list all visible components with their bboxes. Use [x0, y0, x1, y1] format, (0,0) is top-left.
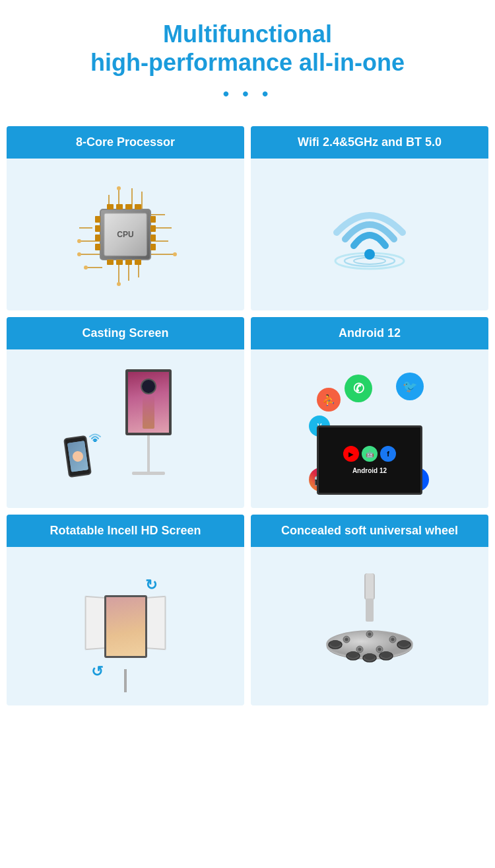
cast-base	[132, 472, 165, 475]
svg-rect-39	[150, 244, 156, 250]
cpu-svg: CPU	[66, 175, 185, 294]
android-robot-icon: 🤖	[362, 446, 378, 462]
card-rotate-header: Rotatable Incell HD Screen	[7, 515, 244, 547]
svg-rect-38	[150, 235, 156, 241]
card-wifi-title: Wifi 2.4&5GHz and BT 5.0	[298, 135, 442, 149]
card-wheel-title: Concealed soft universal wheel	[281, 524, 458, 537]
dots-decoration: • • •	[13, 83, 482, 104]
card-wheel: Concealed soft universal wheel	[251, 515, 488, 705]
svg-point-19	[173, 252, 177, 256]
svg-point-57	[381, 651, 391, 658]
twitter-icon: 🐦	[396, 373, 424, 400]
card-wifi-body	[251, 159, 488, 310]
android-icons-row: ▶ 🤖 f	[343, 446, 396, 462]
svg-rect-31	[135, 260, 141, 265]
cast-display-stand	[125, 369, 172, 475]
svg-point-20	[117, 282, 121, 286]
svg-rect-36	[150, 216, 156, 223]
svg-point-51	[330, 640, 341, 647]
cpu-illustration: CPU	[66, 175, 185, 294]
card-android-body: ✆ 🐦 ⛹ V Bē 📷 ▶ 🤖 f Android 12	[251, 349, 488, 508]
cast-display-screen	[125, 369, 172, 435]
svg-rect-24	[107, 204, 114, 209]
rotate-stand-pole	[124, 669, 127, 692]
rotate-arrow-top: ↻	[145, 577, 157, 594]
svg-point-63	[391, 638, 395, 641]
android-illustration: ✆ 🐦 ⛹ V Bē 📷 ▶ 🤖 f Android 12	[304, 363, 436, 495]
rotate-arrow-bottom: ↺	[91, 663, 103, 680]
svg-rect-26	[125, 204, 132, 209]
svg-rect-27	[135, 204, 141, 209]
svg-rect-33	[95, 225, 100, 232]
svg-point-67	[378, 648, 381, 651]
features-grid: 8-Core Processor	[0, 126, 495, 705]
card-rotate: Rotatable Incell HD Screen ↻ ↺	[7, 515, 244, 705]
svg-text:CPU: CPU	[117, 230, 133, 239]
svg-rect-30	[125, 260, 132, 265]
svg-point-65	[358, 648, 362, 651]
svg-point-61	[345, 638, 348, 641]
svg-rect-29	[116, 260, 123, 265]
android-screen-label: Android 12	[352, 467, 387, 474]
page-wrapper: Multifunctional high-performance all-in-…	[0, 0, 495, 705]
youtube-icon: ▶	[343, 446, 359, 462]
casting-illustration	[59, 363, 191, 495]
svg-rect-32	[95, 216, 100, 223]
wheel-illustration	[304, 560, 436, 692]
svg-rect-35	[95, 244, 100, 250]
cast-wifi-icon	[88, 431, 102, 445]
cast-phone-screen	[67, 441, 88, 472]
svg-point-18	[117, 186, 121, 190]
page-header: Multifunctional high-performance all-in-…	[0, 0, 495, 126]
svg-point-69	[368, 633, 372, 636]
svg-point-43	[364, 249, 375, 260]
basketball-icon: ⛹	[317, 388, 341, 412]
page-title: Multifunctional high-performance all-in-…	[13, 20, 482, 77]
card-android-header: Android 12	[251, 317, 488, 349]
rotate-main-screen	[104, 595, 147, 658]
card-wifi-header: Wifi 2.4&5GHz and BT 5.0	[251, 126, 488, 159]
svg-point-17	[84, 266, 88, 270]
wheel-svg	[317, 573, 422, 679]
card-cpu: 8-Core Processor	[7, 126, 244, 310]
android-screen: ▶ 🤖 f Android 12	[317, 425, 422, 495]
card-cpu-header: 8-Core Processor	[7, 126, 244, 159]
svg-point-53	[399, 640, 409, 647]
card-android: Android 12 ✆ 🐦 ⛹ V Bē 📷 ▶ 🤖	[251, 317, 488, 508]
card-casting-header: Casting Screen	[7, 317, 244, 349]
svg-point-16	[77, 252, 81, 256]
svg-rect-37	[150, 225, 156, 232]
card-casting: Casting Screen	[7, 317, 244, 508]
card-casting-title: Casting Screen	[82, 326, 168, 340]
card-casting-body	[7, 349, 244, 508]
cast-phone	[63, 435, 92, 478]
svg-rect-28	[107, 260, 114, 265]
card-rotate-title: Rotatable Incell HD Screen	[50, 524, 201, 537]
rotate-screen-content	[106, 597, 145, 656]
rotate-panel-right	[145, 596, 166, 650]
facebook-icon: f	[380, 446, 396, 462]
svg-rect-49	[366, 598, 374, 622]
svg-rect-34	[95, 235, 100, 241]
svg-point-59	[364, 653, 375, 660]
wifi-svg	[327, 192, 412, 277]
card-wheel-body	[251, 547, 488, 705]
svg-rect-25	[116, 204, 123, 209]
whatsapp-icon: ✆	[345, 375, 372, 402]
card-cpu-body: CPU	[7, 159, 244, 310]
rotate-panel-left	[85, 596, 107, 650]
svg-rect-46	[366, 573, 374, 600]
card-android-title: Android 12	[339, 326, 401, 340]
card-rotate-body: ↻ ↺	[7, 547, 244, 705]
cast-pole	[147, 435, 150, 472]
svg-point-55	[348, 651, 358, 658]
card-cpu-title: 8-Core Processor	[76, 135, 175, 149]
svg-point-15	[77, 239, 81, 243]
card-wheel-header: Concealed soft universal wheel	[251, 515, 488, 547]
rotate-illustration: ↻ ↺	[59, 560, 191, 692]
card-wifi: Wifi 2.4&5GHz and BT 5.0	[251, 126, 488, 310]
